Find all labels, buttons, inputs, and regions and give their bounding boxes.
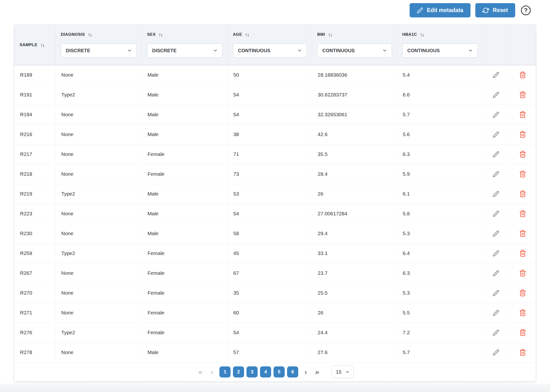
cell-delete-action — [509, 65, 536, 85]
cell-sample: R216 — [14, 124, 55, 144]
edit-row-button[interactable] — [491, 109, 501, 120]
cell-hba1c: 6.3 — [397, 144, 483, 164]
sort-icon[interactable]: ↑↓ — [88, 32, 92, 37]
page-size-select[interactable]: 15 — [331, 366, 354, 378]
delete-row-button[interactable] — [517, 129, 528, 140]
cell-bmi: 23.7 — [312, 263, 397, 283]
cell-sex: Male — [142, 224, 227, 243]
cell-bmi: 27.00617284 — [312, 204, 397, 224]
column-header-sex: SEX ↑↓ DISCRETE — [142, 25, 227, 65]
sex-type-select[interactable]: DISCRETE — [147, 44, 223, 58]
column-label-sex: SEX — [147, 32, 156, 37]
edit-row-button[interactable] — [491, 169, 501, 179]
diagnosis-type-select[interactable]: DISCRETE — [61, 44, 137, 58]
page-number-button[interactable]: 1 — [219, 366, 231, 377]
column-label-hba1c: HBA1C — [402, 32, 417, 37]
cell-delete-action — [509, 342, 536, 362]
cell-sample: R259 — [14, 243, 55, 263]
cell-hba1c: 5.3 — [397, 224, 483, 243]
edit-row-button[interactable] — [491, 129, 501, 140]
sort-icon[interactable]: ↑↓ — [245, 32, 249, 37]
delete-row-button[interactable] — [517, 169, 528, 179]
chevron-down-icon — [382, 48, 387, 53]
edit-row-button[interactable] — [491, 347, 501, 358]
cell-edit-action — [483, 144, 509, 164]
cell-delete-action — [509, 224, 536, 243]
delete-row-button[interactable] — [517, 307, 528, 318]
cell-edit-action — [483, 124, 509, 144]
table-row: R217 None Female 71 35.5 6.3 — [14, 144, 536, 164]
cell-bmi: 26 — [312, 184, 397, 204]
cell-age: 53 — [227, 184, 312, 204]
edit-metadata-button[interactable]: Edit metadata — [410, 3, 471, 17]
cell-sample: R267 — [14, 263, 55, 283]
delete-row-button[interactable] — [517, 268, 528, 278]
last-page-button[interactable]: » — [313, 368, 321, 376]
next-page-button[interactable]: › — [303, 368, 309, 376]
page-number-button[interactable]: 6 — [287, 366, 298, 377]
edit-row-button[interactable] — [491, 288, 501, 298]
delete-row-button[interactable] — [517, 89, 528, 100]
sort-icon[interactable]: ↑↓ — [420, 32, 424, 37]
edit-row-button[interactable] — [491, 70, 501, 80]
first-page-button[interactable]: « — [196, 368, 204, 376]
age-type-select[interactable]: CONTINUOUS — [233, 44, 307, 58]
page-number-button[interactable]: 4 — [260, 366, 271, 377]
trash-icon — [519, 151, 526, 158]
edit-row-button[interactable] — [491, 228, 501, 239]
delete-row-button[interactable] — [517, 208, 528, 219]
cell-diagnosis: None — [55, 283, 142, 303]
cell-hba1c: 5.6 — [397, 124, 483, 144]
sort-icon[interactable]: ↑↓ — [328, 32, 332, 37]
edit-row-button[interactable] — [491, 307, 501, 318]
delete-row-button[interactable] — [517, 248, 528, 259]
cell-age: 58 — [227, 224, 312, 243]
edit-row-button[interactable] — [491, 89, 501, 100]
cell-delete-action — [509, 323, 536, 342]
column-header-delete-actions — [509, 25, 536, 65]
metadata-table: SAMPLE ↑↓ DIAGNOSIS ↑↓ DISCRETE — [14, 25, 536, 363]
delete-row-button[interactable] — [517, 288, 528, 298]
cell-hba1c: 6.1 — [397, 184, 483, 204]
help-icon[interactable]: ? — [521, 6, 531, 15]
prev-page-button[interactable]: ‹ — [209, 368, 215, 376]
delete-row-button[interactable] — [517, 70, 528, 80]
cell-edit-action — [483, 65, 509, 85]
delete-row-button[interactable] — [517, 149, 528, 160]
edit-row-button[interactable] — [491, 327, 501, 338]
edit-row-button[interactable] — [491, 248, 501, 259]
sex-type-value: DISCRETE — [152, 48, 177, 53]
page-number-button[interactable]: 5 — [274, 366, 285, 377]
trash-icon — [519, 269, 526, 277]
delete-row-button[interactable] — [517, 228, 528, 239]
table-row: R191 Type2 Male 54 30.62283737 6.6 — [14, 85, 536, 105]
reset-button[interactable]: Reset — [475, 3, 515, 17]
table-row: R267 None Female 67 23.7 6.3 — [14, 263, 536, 283]
metadata-table-card: SAMPLE ↑↓ DIAGNOSIS ↑↓ DISCRETE — [14, 25, 536, 382]
cell-bmi: 33.1 — [312, 243, 397, 263]
edit-row-button[interactable] — [491, 149, 501, 160]
page-number-button[interactable]: 3 — [246, 366, 258, 377]
edit-row-button[interactable] — [491, 189, 501, 199]
edit-metadata-label: Edit metadata — [427, 7, 463, 14]
delete-row-button[interactable] — [517, 109, 528, 120]
delete-row-button[interactable] — [517, 347, 528, 358]
pencil-icon — [493, 290, 499, 296]
table-row: R194 None Male 54 32.32653061 5.7 — [14, 105, 536, 124]
cell-sample: R276 — [14, 323, 55, 342]
cell-delete-action — [509, 85, 536, 105]
table-row: R219 Type2 Male 53 26 6.1 — [14, 184, 536, 204]
page-number-button[interactable]: 2 — [233, 366, 244, 377]
sort-icon[interactable]: ↑↓ — [40, 43, 44, 47]
bmi-type-select[interactable]: CONTINUOUS — [317, 44, 392, 58]
sort-icon[interactable]: ↑↓ — [159, 32, 162, 37]
cell-sample: R219 — [14, 184, 55, 204]
edit-row-button[interactable] — [491, 208, 501, 219]
cell-edit-action — [483, 303, 509, 323]
delete-row-button[interactable] — [517, 327, 528, 338]
cell-bmi: 29.4 — [312, 224, 397, 243]
edit-row-button[interactable] — [491, 268, 501, 278]
hba1c-type-select[interactable]: CONTINUOUS — [402, 44, 478, 58]
cell-age: 35 — [227, 283, 312, 303]
delete-row-button[interactable] — [517, 189, 528, 199]
